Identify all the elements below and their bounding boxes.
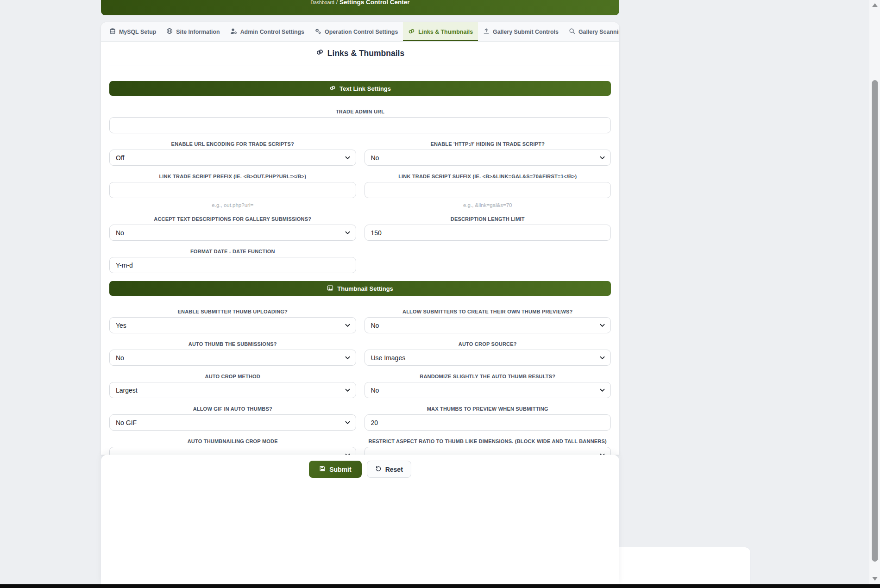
breadcrumb-current-page: Settings Control Center [339,0,410,6]
submit-button[interactable]: Submit [309,461,361,478]
globe-icon [166,28,173,36]
image-icon [327,285,333,293]
tab-label: Gallery Scanning Controls [578,29,619,35]
field-label: AUTO THUMB THE SUBMISSIONS? [109,341,356,348]
field-label: LINK TRADE SCRIPT SUFFIX (IE. <B>&LINK=G… [365,173,611,180]
gears-icon [314,28,321,36]
settings-tabstrip: MySQL Setup Site Information Admin Contr… [101,22,619,42]
field-label: RANDOMIZE SLIGHTLY THE AUTO THUMB RESULT… [365,373,611,380]
tab-label: Admin Control Settings [240,29,304,35]
chevron-down-icon [345,156,350,160]
title-divider [109,65,611,65]
description-length-input[interactable] [365,225,611,241]
tab-site-information[interactable]: Site Information [161,22,225,41]
max-thumbs-input[interactable] [365,414,611,431]
tab-links-thumbnails[interactable]: Links & Thumbnails [403,22,478,41]
auto-crop-source-select[interactable]: Use Images [365,350,611,366]
tab-label: Site Information [176,29,220,35]
field-hint: e.g., &link=gal&s=70 [365,202,611,208]
scrollbar-up-icon[interactable] [872,3,878,7]
tab-label: Links & Thumbnails [418,29,473,35]
upload-icon [483,28,490,36]
tab-label: Operation Control Settings [325,29,398,35]
trade-script-prefix-input[interactable] [109,182,356,198]
accept-descriptions-select[interactable]: No [109,225,356,241]
tab-label: Gallery Submit Controls [493,29,559,35]
chevron-down-icon [345,231,350,235]
chevron-down-icon [345,421,350,425]
field-label: AUTO CROP SOURCE? [365,341,611,348]
database-icon [109,28,116,36]
chevron-down-icon [600,356,605,360]
field-label: ALLOW SUBMITTERS TO CREATE THEIR OWN THU… [365,308,611,315]
chevron-down-icon [600,324,605,327]
field-label: LINK TRADE SCRIPT PREFIX (IE. <B>OUT.PHP… [109,173,356,180]
text-link-settings-band: Text Link Settings [109,81,611,96]
field-hint: e.g., out.php?url= [109,202,356,208]
tab-gallery-submit-controls[interactable]: Gallery Submit Controls [478,22,564,41]
vertical-scrollbar[interactable] [869,0,880,584]
field-label: TRADE ADMIN URL [109,108,611,115]
auto-crop-method-select[interactable]: Largest [109,382,356,398]
save-icon [319,465,326,473]
breadcrumb: Dashboard/Settings Control Center [101,0,619,6]
page-title: Links & Thumbnails [109,42,611,58]
reset-button[interactable]: Reset [367,461,411,478]
link-icon [316,48,324,58]
tab-mysql-setup[interactable]: MySQL Setup [104,22,161,41]
chevron-down-icon [345,388,350,392]
breadcrumb-dashboard-link[interactable]: Dashboard [310,0,334,5]
breadcrumb-separator: / [336,0,338,6]
chevron-down-icon [600,156,605,160]
allow-gif-select[interactable]: No GIF [109,414,356,431]
field-label: DESCRIPTION LENGTH LIMIT [365,216,611,223]
trade-admin-url-input[interactable] [109,117,611,133]
field-label: AUTO CROP METHOD [109,373,356,380]
link-icon [329,85,336,93]
thumbnail-settings-band: Thumbnail Settings [109,281,611,296]
randomize-thumbs-select[interactable]: No [365,382,611,398]
url-encoding-select[interactable]: Off [109,150,356,166]
action-footer: Submit Reset [101,455,619,584]
format-date-input[interactable] [109,257,356,273]
chevron-down-icon [345,356,350,360]
field-label: RESTRICT ASPECT RATIO TO THUMB LIKE DIME… [365,438,611,445]
field-label: ENABLE 'HTTP://' HIDING IN TRADE SCRIPT? [365,141,611,148]
restrict-aspect-select[interactable] [365,447,611,455]
page-header-bar: Dashboard/Settings Control Center [101,0,619,15]
field-label: ACCEPT TEXT DESCRIPTIONS FOR GALLERY SUB… [109,216,356,223]
field-label: MAX THUMBS TO PREVIEW WHEN SUBMITTING [365,406,611,413]
tab-label: MySQL Setup [119,29,156,35]
chevron-down-icon [345,324,350,327]
auto-thumb-select[interactable]: No [109,350,356,366]
taskbar-edge [0,584,880,588]
chevron-down-icon [600,388,605,392]
trade-script-suffix-input[interactable] [365,182,611,198]
tab-gallery-scanning-controls[interactable]: Gallery Scanning Controls [564,22,619,41]
undo-icon [375,465,382,473]
admin-user-icon [230,28,237,36]
field-label: AUTO THUMBNAILING CROP MODE [109,438,356,445]
own-thumb-previews-select[interactable]: No [365,317,611,333]
search-icon [569,28,575,36]
tab-admin-control-settings[interactable]: Admin Control Settings [225,22,309,41]
http-hiding-select[interactable]: No [365,150,611,166]
settings-card: MySQL Setup Site Information Admin Contr… [101,22,619,455]
link-icon [408,28,415,36]
scrollbar-thumb[interactable] [872,80,878,562]
field-label: ALLOW GIF IN AUTO THUMBS? [109,406,356,413]
crop-mode-select[interactable] [109,447,356,455]
scrollbar-down-icon[interactable] [872,577,878,581]
field-label: ENABLE SUBMITTER THUMB UPLOADING? [109,308,356,315]
field-label: ENABLE URL ENCODING FOR TRADE SCRIPTS? [109,141,356,148]
submitter-thumb-uploading-select[interactable]: Yes [109,317,356,333]
field-label: FORMAT DATE - DATE FUNCTION [109,248,356,255]
tab-operation-control-settings[interactable]: Operation Control Settings [309,22,403,41]
